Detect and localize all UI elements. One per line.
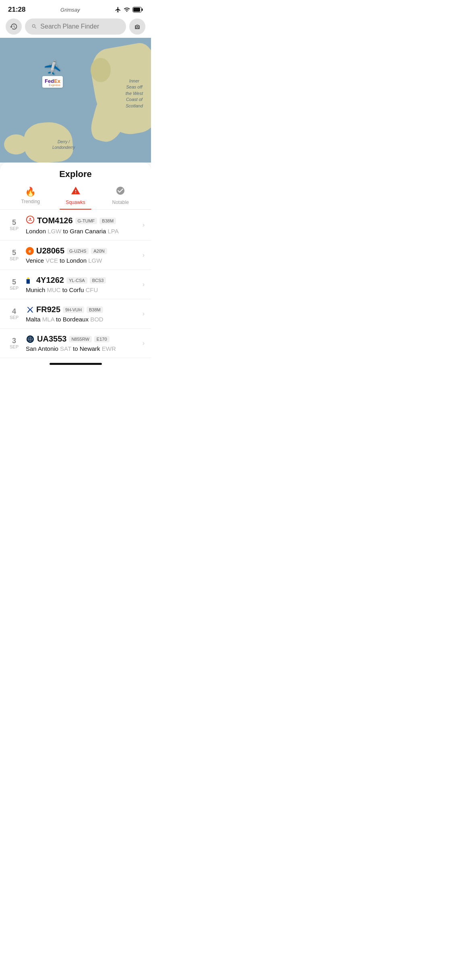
search-field[interactable] xyxy=(25,19,126,35)
status-location: Grimsay xyxy=(60,7,80,13)
airline-logo-united xyxy=(26,335,35,344)
tab-squawks-label: Squawks xyxy=(66,200,85,205)
svg-rect-1 xyxy=(133,8,140,12)
flight-tag-5b: E170 xyxy=(94,336,110,342)
flight-route-3: Munich MUC to Corfu CFU xyxy=(26,286,139,293)
tab-trending-label: Trending xyxy=(21,199,40,204)
tab-bar: 🔥 Trending Squawks Notable xyxy=(0,186,151,210)
airplane-mode-icon xyxy=(115,6,121,13)
chevron-right-icon: › xyxy=(143,281,145,288)
fedex-express: Express xyxy=(45,84,60,86)
home-bar xyxy=(50,363,102,365)
trending-icon: 🔥 xyxy=(25,187,36,197)
squawks-icon xyxy=(71,186,81,198)
tab-squawks[interactable]: Squawks xyxy=(53,186,98,209)
svg-rect-2 xyxy=(142,8,143,11)
flight-date-4: 4 SEP xyxy=(6,308,22,320)
flight-tag-3b: BCS3 xyxy=(90,277,106,284)
flight-header-5: UA3553 N855RW E170 xyxy=(26,334,139,344)
status-bar: 21:28 Grimsay xyxy=(0,0,151,16)
search-input[interactable] xyxy=(40,23,120,30)
flight-tag-3a: YL-CSA xyxy=(66,277,87,284)
flight-header-1: TOM4126 G-TUMF B38M xyxy=(26,215,139,226)
flight-route-4: Malta MLA to Bordeaux BOD xyxy=(26,316,139,323)
flight-item-fr925[interactable]: 4 SEP FR925 9H-VUH B38M Malta MLA xyxy=(0,299,151,329)
land-islet xyxy=(91,58,111,82)
search-history-button[interactable] xyxy=(6,19,22,35)
land-small xyxy=(4,134,28,154)
home-indicator xyxy=(0,358,151,368)
flight-info-1: TOM4126 G-TUMF B38M London LGW to Gran C… xyxy=(26,215,139,235)
flight-tag-1b: B38M xyxy=(99,218,116,224)
plane-on-map[interactable]: ✈️ FedEx Express xyxy=(42,62,63,88)
history-icon xyxy=(10,23,18,31)
camera-button[interactable] xyxy=(129,19,145,35)
airline-logo-ryanair xyxy=(26,306,34,314)
notable-icon xyxy=(116,186,125,198)
flight-info-2: e U28065 G-UZHS A20N Venice VCE to Londo… xyxy=(26,246,139,264)
flight-route-5: San Antonio SAT to Newark EWR xyxy=(26,345,139,352)
map-background: InnerSeas offthe WestCoast ofScotland De… xyxy=(0,38,151,163)
flight-item-tom4126[interactable]: 5 SEP TOM4126 G-TUMF B38M xyxy=(0,210,151,241)
flight-number-5: UA3553 xyxy=(37,334,66,344)
chevron-right-icon: › xyxy=(143,251,145,259)
flight-info-5: UA3553 N855RW E170 San Antonio SAT to Ne… xyxy=(26,334,139,352)
flight-item-4y1262[interactable]: 5 SEP 4Y1262 YL-CSA BCS3 Munich xyxy=(0,270,151,299)
flight-tag-5a: N855RW xyxy=(69,336,91,342)
airline-logo-baltic xyxy=(26,276,34,284)
camera-icon xyxy=(133,23,141,31)
flight-tag-1a: G-TUMF xyxy=(75,218,97,224)
status-icons xyxy=(115,6,143,13)
flight-info-4: FR925 9H-VUH B38M Malta MLA to Bordeaux … xyxy=(26,305,139,323)
flight-route-2: Venice VCE to London LGW xyxy=(26,257,139,264)
flight-number-1: TOM4126 xyxy=(37,216,73,225)
map-area[interactable]: InnerSeas offthe WestCoast ofScotland De… xyxy=(0,38,151,163)
flight-date-3: 5 SEP xyxy=(6,278,22,290)
flight-info-3: 4Y1262 YL-CSA BCS3 Munich MUC to Corfu C… xyxy=(26,276,139,293)
svg-point-4 xyxy=(29,218,31,219)
battery-icon xyxy=(132,7,143,12)
svg-rect-5 xyxy=(27,279,30,284)
tab-notable[interactable]: Notable xyxy=(98,186,143,209)
flight-header-3: 4Y1262 YL-CSA BCS3 xyxy=(26,276,139,285)
flight-date-2: 5 SEP xyxy=(6,249,22,261)
flight-number-2: U28065 xyxy=(36,246,64,255)
label-derry: Derry /Londonderry xyxy=(52,139,75,150)
explore-title: Explore xyxy=(0,169,151,179)
plane-icon: ✈️ xyxy=(43,59,62,78)
flight-date-5: 3 SEP xyxy=(6,337,22,349)
wifi-icon xyxy=(124,6,130,13)
flight-item-ua3553[interactable]: 3 SEP UA3553 N855RW E170 xyxy=(0,329,151,358)
flight-header-2: e U28065 G-UZHS A20N xyxy=(26,246,139,255)
chevron-right-icon: › xyxy=(143,340,145,347)
label-inner-seas: InnerSeas offthe WestCoast ofScotland xyxy=(126,78,143,109)
flight-tag-4a: 9H-VUH xyxy=(63,307,84,313)
tab-notable-label: Notable xyxy=(112,200,128,205)
flight-tag-4b: B38M xyxy=(87,307,103,313)
fedex-logo: FedEx xyxy=(45,78,60,84)
chevron-right-icon: › xyxy=(143,310,145,317)
airline-logo-ezy: e xyxy=(26,247,34,255)
tab-trending[interactable]: 🔥 Trending xyxy=(8,187,53,208)
flight-header-4: FR925 9H-VUH B38M xyxy=(26,305,139,314)
chevron-right-icon: › xyxy=(143,221,145,229)
flight-number-3: 4Y1262 xyxy=(36,276,64,285)
flight-tag-2b: A20N xyxy=(91,248,107,254)
flight-number-4: FR925 xyxy=(36,305,60,314)
bottom-panel: Explore 🔥 Trending Squawks Notable xyxy=(0,163,151,372)
status-time: 21:28 xyxy=(8,6,25,14)
search-icon xyxy=(31,23,37,30)
airline-logo-tom xyxy=(26,215,35,226)
fedex-badge: FedEx Express xyxy=(42,76,63,88)
flight-item-u28065[interactable]: 5 SEP e U28065 G-UZHS A20N Venice VCE to… xyxy=(0,241,151,270)
flight-route-1: London LGW to Gran Canaria LPA xyxy=(26,228,139,235)
search-bar-row xyxy=(0,16,151,38)
flight-date-1: 5 SEP xyxy=(6,219,22,231)
flight-list: 5 SEP TOM4126 G-TUMF B38M xyxy=(0,210,151,358)
flight-tag-2a: G-UZHS xyxy=(67,248,89,254)
